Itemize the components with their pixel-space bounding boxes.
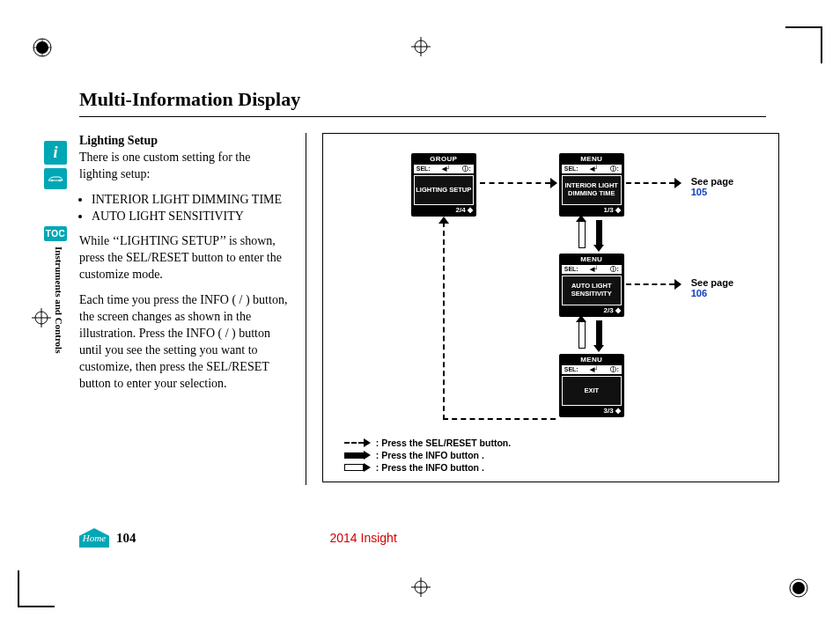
- screen-header: MENU: [559, 354, 624, 365]
- setting-item: AUTO LIGHT SENSITIVITY: [92, 209, 290, 225]
- dashed-connector: [443, 222, 445, 420]
- body-text-column: Lighting Setup There is one custom setti…: [79, 133, 290, 401]
- svg-point-14: [792, 582, 805, 594]
- model-year: 2014 Insight: [330, 531, 397, 545]
- arrowhead-icon: [674, 178, 682, 188]
- sel-bar: SEL:◀┘ⓘ:: [562, 165, 622, 173]
- body-paragraph: Each time you press the INFO ( / ) butto…: [79, 292, 290, 392]
- sel-bar: SEL:◀┘ⓘ:: [562, 265, 622, 273]
- screen-group: GROUP SEL:◀┘ⓘ: LIGHTING SETUP 2/4◆: [411, 153, 476, 217]
- crop-corner-tr: [785, 26, 822, 63]
- screen-page: 2/3: [604, 307, 614, 314]
- car-icon-tab[interactable]: [44, 168, 67, 189]
- page-number: 104: [116, 531, 136, 546]
- page-link[interactable]: 106: [691, 288, 707, 298]
- arrowhead-icon: [576, 215, 586, 222]
- page-footer: Home 104 2014 Insight: [79, 528, 779, 548]
- info-tab[interactable]: i: [44, 141, 67, 165]
- solid-arrow: [596, 220, 602, 246]
- legend-text: : Press the SEL/RESET button.: [376, 438, 511, 448]
- see-page-ref: See page106: [691, 277, 733, 298]
- screen-label: INTERIOR LIGHT DIMMING TIME: [562, 175, 622, 205]
- side-tabs: i TOC Instruments and Controls: [44, 141, 72, 353]
- screen-header: MENU: [559, 254, 624, 265]
- screen-label: AUTO LIGHT SENSITIVITY: [562, 276, 622, 305]
- column-divider: [306, 133, 306, 485]
- crosshair-top: [411, 37, 429, 55]
- body-paragraph: While ‘‘LIGHTING SETUP’’ is shown, press…: [79, 233, 290, 283]
- legend: : Press the SEL/RESET button. : Press th…: [344, 436, 511, 473]
- legend-text: : Press the INFO button .: [376, 450, 484, 460]
- dashed-connector: [443, 418, 556, 420]
- crosshair-bottom: [411, 577, 429, 595]
- legend-icon-dashed: [344, 439, 371, 447]
- screen-page: 1/3: [604, 207, 614, 214]
- hollow-arrow: [578, 220, 586, 248]
- subsection-heading: Lighting Setup: [79, 134, 158, 147]
- solid-arrow: [596, 320, 602, 347]
- page-title: Multi-Information Display: [79, 88, 766, 117]
- screen-header: MENU: [559, 153, 624, 165]
- intro-text: There is one custom setting for the ligh…: [79, 151, 250, 180]
- see-page-ref: See page105: [691, 176, 733, 197]
- svg-point-3: [36, 41, 48, 54]
- home-tab[interactable]: Home: [79, 528, 109, 548]
- dashed-connector: [480, 182, 550, 184]
- legend-text: : Press the INFO button .: [376, 462, 484, 473]
- legend-icon-hollow: [344, 464, 371, 472]
- arrowhead-icon: [593, 245, 604, 252]
- section-label: Instruments and Controls: [52, 246, 64, 353]
- hollow-arrow: [578, 320, 586, 349]
- arrowhead-icon: [674, 279, 682, 290]
- registration-mark: [32, 37, 49, 55]
- screen-menu3: MENU SEL:◀┘ⓘ: EXIT 3/3◆: [559, 354, 624, 417]
- legend-icon-solid: [344, 452, 371, 460]
- screen-menu2: MENU SEL:◀┘ⓘ: AUTO LIGHT SENSITIVITY 2/3…: [559, 254, 624, 317]
- screen-page: 2/4: [456, 207, 466, 214]
- sel-bar: SEL:◀┘ⓘ:: [562, 365, 622, 373]
- car-icon: [47, 174, 64, 183]
- screen-header: GROUP: [411, 153, 476, 165]
- sel-bar: SEL:◀┘ⓘ:: [414, 165, 474, 173]
- flow-diagram: GROUP SEL:◀┘ⓘ: LIGHTING SETUP 2/4◆ MENU …: [322, 133, 779, 482]
- dashed-connector: [626, 283, 674, 285]
- dashed-connector: [626, 182, 674, 184]
- setting-item: INTERIOR LIGHT DIMMING TIME: [92, 192, 290, 209]
- screen-label: LIGHTING SETUP: [414, 175, 474, 205]
- arrowhead-icon: [438, 217, 449, 224]
- registration-mark-br: [788, 577, 806, 595]
- page-link[interactable]: 105: [691, 187, 707, 197]
- svg-point-15: [51, 180, 54, 182]
- arrowhead-icon: [593, 345, 604, 352]
- arrowhead-icon: [550, 178, 557, 188]
- screen-page: 3/3: [604, 408, 614, 415]
- screen-menu1: MENU SEL:◀┘ⓘ: INTERIOR LIGHT DIMMING TIM…: [559, 153, 624, 217]
- svg-point-16: [59, 180, 62, 182]
- crop-corner-bl: [18, 570, 55, 607]
- arrowhead-icon: [576, 315, 586, 322]
- toc-tab[interactable]: TOC: [44, 226, 67, 241]
- screen-label: EXIT: [562, 376, 622, 406]
